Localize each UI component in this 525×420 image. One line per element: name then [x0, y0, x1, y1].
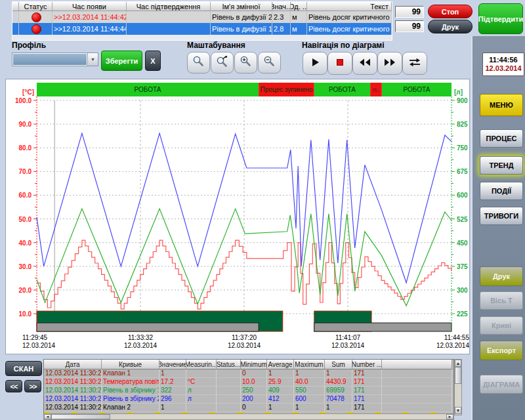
- scroll-down-icon[interactable]: ▼: [455, 407, 461, 414]
- alarm-cell: Рівень досяг критичного значенн: [307, 11, 392, 23]
- stats-cell: 40.0: [294, 378, 325, 387]
- curves-button[interactable]: Криві: [480, 316, 523, 335]
- scroll-up-icon[interactable]: ▲: [455, 360, 461, 367]
- play-icon: [309, 56, 321, 71]
- trend-chart[interactable]: 100.090.080.070.060.050.040.030.020.010.…: [5, 79, 470, 354]
- stats-header-cell: Sum: [325, 360, 352, 369]
- stats-vertical-scrollbar[interactable]: ▲ ▼: [454, 359, 462, 415]
- swap-range-button[interactable]: [402, 52, 427, 75]
- stats-header-cell: Кривые: [102, 360, 159, 369]
- stop-button[interactable]: Стоп: [428, 5, 472, 18]
- stats-cell: 409: [267, 387, 294, 395]
- magnifier-minus-icon: [263, 55, 276, 70]
- time-axis-button[interactable]: Вісь Т: [480, 291, 523, 310]
- stats-cell: 69959: [325, 387, 352, 395]
- right-tick-label: 600: [457, 192, 468, 199]
- stats-cell: [186, 369, 217, 378]
- left-tick-label: 10.0: [19, 310, 32, 318]
- stats-cell: 171: [352, 395, 382, 404]
- acknowledge-button[interactable]: Підтвердити: [478, 3, 523, 34]
- stats-cell: 250: [241, 387, 267, 395]
- stats-cell: 171: [352, 378, 382, 387]
- rewind-button[interactable]: [352, 52, 377, 75]
- delete-profile-button[interactable]: X: [145, 51, 161, 71]
- alarm-counter-1: 99: [395, 6, 424, 18]
- alarm-counter-2: 99: [395, 20, 424, 32]
- zoom-button[interactable]: [187, 52, 210, 74]
- menu-button[interactable]: МЕНЮ: [480, 94, 523, 116]
- stats-header-cell: Maximum: [294, 360, 325, 369]
- stats-cell: 1: [294, 369, 325, 378]
- scrollbar-thumb[interactable]: [51, 414, 110, 419]
- table-row[interactable]: 12.03.2014 11:30:25Клапан 210111171: [44, 404, 453, 412]
- stats-cell: Клапан 2: [102, 404, 159, 412]
- page-next-button[interactable]: >>: [24, 380, 41, 392]
- forward-button[interactable]: [377, 52, 402, 75]
- table-row[interactable]: 12.03.2014 11:30:25Рівень в збірнику 132…: [44, 387, 453, 395]
- stats-cell: 12.03.2014 11:30:25: [44, 395, 102, 404]
- print-trend-button[interactable]: Друк: [480, 266, 523, 286]
- stats-horizontal-scrollbar[interactable]: ◄ ►: [43, 413, 454, 420]
- chevron-down-icon[interactable]: ▼: [87, 53, 98, 66]
- alarm-cell: [19, 11, 52, 23]
- clock-display: 11:44:56 12.03.2014: [482, 52, 524, 76]
- stats-cell: 1: [159, 369, 186, 378]
- alarm-cell: [127, 11, 211, 23]
- scan-button[interactable]: СКАН: [5, 361, 42, 376]
- magnifier-region-icon: [216, 55, 228, 70]
- left-tick-label: 90.0: [19, 121, 32, 128]
- stats-cell: 171: [352, 387, 382, 395]
- print-alarms-button[interactable]: Друк: [428, 20, 472, 33]
- valve-band: [37, 323, 259, 331]
- left-tick-label: 60.0: [19, 192, 32, 199]
- nav-events-button[interactable]: ПОДІЇ: [480, 182, 523, 200]
- save-profile-button[interactable]: Зберегти: [101, 51, 142, 71]
- nav-trend-button[interactable]: ТРЕНД: [480, 156, 523, 175]
- nav-process-button[interactable]: ПРОЦЕС: [480, 129, 523, 148]
- alarm-row[interactable]: >>12.03.2014 11:44:42Рівень в дифузії 22…: [12, 11, 392, 23]
- stats-cell: 25.9: [267, 378, 294, 387]
- stats-header-cell: [382, 360, 452, 369]
- diagram-button[interactable]: ДІАГРАМА: [480, 375, 523, 394]
- zoom-region-button[interactable]: [211, 52, 234, 74]
- stats-cell: [382, 387, 452, 395]
- scrollbar-thumb[interactable]: [455, 367, 461, 384]
- stats-cell: 70478: [325, 395, 352, 404]
- x-tick-date: 12.03.2014: [124, 342, 157, 349]
- export-button[interactable]: Експорт: [480, 341, 523, 360]
- table-row[interactable]: 12.03.2014 11:30:25Температура повітря17…: [44, 378, 453, 387]
- zoom-out-button[interactable]: [258, 52, 281, 74]
- stats-cell: [217, 387, 241, 395]
- stats-cell: 1: [325, 369, 352, 378]
- page-prev-button[interactable]: <<: [5, 380, 22, 392]
- trend-chart-canvas[interactable]: 100.090.080.070.060.050.040.030.020.010.…: [6, 79, 469, 354]
- status-band-label: РОБОТА: [329, 86, 356, 93]
- curve-stats-table: ДатаКривыеЗначениеMeasurin...Status...Mi…: [43, 359, 454, 415]
- alarm-row[interactable]: >>12.03.2014 11:44:44Рівень в дифузії 12…: [12, 23, 392, 35]
- stats-header-cell: Number ...: [352, 360, 382, 369]
- rewind-icon: [358, 56, 371, 71]
- left-tick-label: 20.0: [19, 287, 32, 294]
- table-row[interactable]: 12.03.2014 11:30:25Рівень в збірнику 229…: [44, 395, 453, 404]
- stop-nav-button[interactable]: [327, 52, 352, 75]
- right-tick-label: 300: [457, 287, 468, 294]
- stop-icon: [334, 56, 346, 71]
- status-band-label: Процес зупинено: [261, 86, 313, 93]
- zoom-in-button[interactable]: [234, 52, 257, 74]
- nav-alarms-button[interactable]: ТРИВОГИ: [480, 207, 523, 225]
- stats-cell: 1: [267, 404, 294, 412]
- scroll-right-icon[interactable]: ►: [446, 414, 453, 419]
- stats-cell: 322: [159, 387, 186, 395]
- scroll-left-icon[interactable]: ◄: [44, 414, 51, 419]
- stats-cell: [186, 404, 217, 412]
- stats-header-cell: Measurin...: [186, 360, 217, 369]
- stats-cell: Рівень в збірнику 2: [102, 395, 159, 404]
- x-tick-time: 11:37:20: [232, 334, 257, 341]
- stats-cell: Рівень в збірнику 1: [102, 387, 159, 395]
- table-row[interactable]: 12.03.2014 11:30:25Клапан 110111171: [44, 369, 453, 378]
- status-band-label: РОБОТА: [403, 86, 430, 93]
- alarm-header-cell: [12, 2, 19, 11]
- play-button[interactable]: [303, 52, 327, 75]
- profile-combobox[interactable]: ▼: [12, 52, 98, 66]
- alarm-cell: Рівень досяг критичного значенн: [307, 23, 392, 35]
